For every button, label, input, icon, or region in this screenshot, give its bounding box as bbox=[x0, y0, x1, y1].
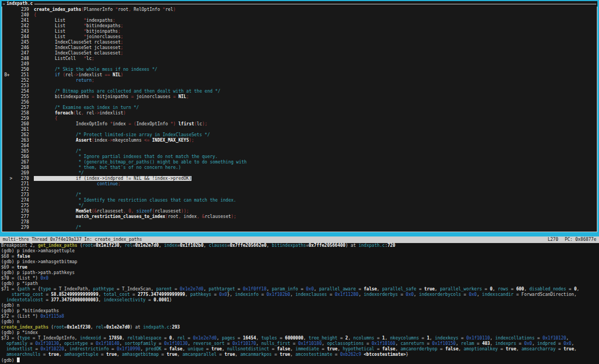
console-token: 0x1f10170 bbox=[232, 341, 256, 346]
console-token: = bbox=[211, 292, 219, 297]
console-token: 16454 bbox=[243, 336, 256, 341]
console-token: , bbox=[203, 243, 209, 248]
code-token: ; bbox=[92, 56, 94, 61]
console-token: = bbox=[277, 336, 285, 341]
terminal-cursor[interactable] bbox=[17, 357, 20, 362]
source-line-261: 261 bbox=[2, 127, 597, 132]
console-token: amoptionalkey bbox=[464, 347, 498, 351]
line-number: 259 bbox=[17, 116, 29, 122]
console-token bbox=[1, 298, 7, 302]
source-line-275: 275 */ bbox=[2, 203, 597, 209]
console-token: sortopfamily bbox=[124, 341, 156, 346]
gdb-console[interactable]: Breakpoint 2, get_index_paths (root=0x1e… bbox=[0, 243, 599, 364]
console-token: get_index_paths bbox=[38, 243, 77, 248]
console-token: 600 bbox=[516, 287, 524, 292]
console-token: 0x1f102b0 bbox=[267, 292, 290, 297]
console-token: , bbox=[322, 341, 327, 346]
console-token: clauses bbox=[209, 243, 227, 248]
code-token: /* Examine each index in turn */ bbox=[34, 105, 139, 110]
code-token: -> bbox=[94, 111, 100, 116]
code-token: ; bbox=[92, 78, 94, 83]
console-token: , bbox=[577, 287, 579, 292]
source-line-259: 259 { bbox=[2, 116, 597, 122]
console-token: , bbox=[571, 341, 574, 346]
console-token: = bbox=[43, 292, 51, 297]
console-token: = bbox=[185, 336, 193, 341]
console-token: nkeycolumns bbox=[390, 336, 419, 341]
line-number: 248 bbox=[17, 56, 29, 62]
code-token: Assert bbox=[76, 138, 92, 143]
console-token: , bbox=[456, 341, 461, 346]
console-token: tree_height bbox=[309, 336, 338, 341]
console-token: true bbox=[167, 352, 177, 357]
source-line-242: 242 List *bitindexpaths; bbox=[2, 23, 597, 29]
line-number: 263 bbox=[17, 138, 29, 143]
line-number: 264 bbox=[17, 143, 29, 149]
line-number: 243 bbox=[17, 29, 29, 34]
source-line-246: 246 IndexClauseSet jclauseset; bbox=[2, 45, 597, 51]
source-line-271: 271 continue; bbox=[2, 181, 597, 187]
console-token: path bbox=[20, 287, 30, 292]
console-token: true bbox=[211, 347, 221, 351]
console-token: = bbox=[235, 287, 243, 292]
source-line-264: 264 bbox=[2, 143, 597, 149]
source-line-272: 272 bbox=[2, 187, 597, 192]
code-token: IndexClauseSet rclauseset bbox=[34, 40, 121, 45]
code-token: return bbox=[76, 78, 92, 83]
console-token: indxpath.c bbox=[358, 243, 385, 248]
console-token: pages bbox=[222, 336, 235, 341]
code-token bbox=[34, 72, 55, 77]
console-token: true bbox=[17, 265, 27, 270]
gdb-tui-screen: indxpath.c 239create_index_paths(Planner… bbox=[0, 0, 599, 364]
console-token: , bbox=[396, 347, 401, 351]
console-token: = bbox=[298, 287, 306, 292]
console-token: = bbox=[203, 347, 211, 351]
code-token: bitjoinpaths bbox=[94, 94, 131, 99]
console-token: immediate bbox=[296, 347, 319, 351]
console-token: 0x1f11280 bbox=[335, 292, 358, 297]
code-token: if bbox=[55, 72, 61, 77]
console-token: , bbox=[429, 336, 435, 341]
source-line-243: 243 List *bitjoinpaths; bbox=[2, 29, 597, 34]
console-token: (gdb) bbox=[1, 358, 17, 363]
console-token: , bbox=[290, 352, 296, 357]
console-token: = bbox=[498, 347, 506, 351]
console-line: amsearchnulls = true, amhasgettuple = tr… bbox=[1, 352, 599, 357]
code-token: if (index->indpred != NIL && !index->pre… bbox=[34, 176, 191, 181]
line-number: 246 bbox=[17, 45, 29, 51]
console-token: true bbox=[424, 287, 435, 292]
console-token: $70 = (List *) bbox=[1, 276, 40, 281]
console-line: (gdb) bbox=[1, 357, 599, 363]
code-token: */ bbox=[34, 171, 84, 175]
code-token: rel bbox=[65, 72, 73, 77]
console-token: 0x0 bbox=[469, 292, 476, 297]
console-token: , bbox=[98, 292, 104, 297]
source-pane[interactable]: 239create_index_paths(PlannerInfo *root,… bbox=[2, 7, 597, 232]
source-window-border: indxpath.c bbox=[2, 1, 597, 7]
source-line-273: 273 /* bbox=[2, 192, 597, 198]
console-token: 403 bbox=[482, 341, 490, 346]
console-token: ( bbox=[77, 243, 83, 248]
console-token: reltablespace bbox=[127, 336, 161, 341]
line-number: 247 bbox=[17, 51, 29, 56]
code-token: lc bbox=[197, 122, 202, 126]
console-token: , bbox=[256, 341, 261, 346]
console-token: = bbox=[272, 352, 279, 357]
line-number: 239 bbox=[17, 7, 29, 13]
console-token bbox=[1, 341, 7, 346]
console-token: canreturn bbox=[400, 341, 424, 346]
console-token: reverse_sort bbox=[193, 341, 225, 346]
console-line: (gdb) p index->amhasgetbitmap bbox=[1, 259, 599, 265]
console-token: rows bbox=[498, 287, 508, 292]
code-token: <= bbox=[144, 138, 149, 143]
code-token: rel bbox=[165, 7, 173, 12]
source-line-255: 255 bitindexpaths = bitjoinpaths = joino… bbox=[2, 94, 597, 100]
console-token: = bbox=[416, 287, 424, 292]
console-token: = bbox=[482, 287, 490, 292]
console-token: , bbox=[566, 336, 569, 341]
code-token: joinorclauses bbox=[134, 94, 173, 99]
console-token: , bbox=[490, 341, 495, 346]
console-token: true bbox=[280, 352, 290, 357]
console-token: true bbox=[224, 352, 235, 357]
code-token: foreach bbox=[55, 111, 74, 116]
